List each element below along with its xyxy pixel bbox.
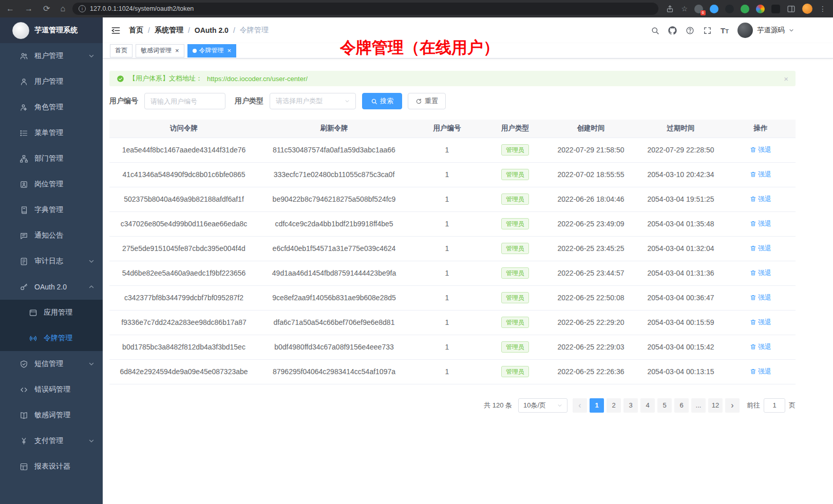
pager-ellipsis[interactable]: ... [691, 398, 706, 413]
alert-close-icon[interactable]: × [784, 74, 788, 83]
share-icon[interactable] [666, 5, 674, 13]
force-logout-button[interactable]: 强退 [750, 195, 771, 204]
force-logout-button[interactable]: 强退 [750, 268, 771, 278]
delete-icon [750, 319, 756, 325]
sidebar-item-notice[interactable]: 通知公告 [0, 223, 103, 248]
page-button-5[interactable]: 5 [657, 398, 672, 413]
search-icon[interactable] [651, 26, 659, 35]
create-time-cell: 2022-06-25 22:26:36 [546, 359, 636, 384]
page-button-1[interactable]: 1 [590, 398, 604, 413]
tab-label: 令牌管理 [199, 46, 224, 55]
extension-icon-blue[interactable] [710, 5, 718, 13]
header-tools: TT 芋道源码 [651, 23, 794, 38]
sidebar-item-dept[interactable]: 部门管理 [0, 146, 103, 171]
browser-reload-button[interactable]: ⟳ [43, 5, 50, 13]
force-logout-button[interactable]: 强退 [750, 219, 771, 228]
page-button-2[interactable]: 2 [607, 398, 621, 413]
sidebar-item-dict[interactable]: 字典管理 [0, 197, 103, 223]
extension-icon-dark[interactable] [725, 5, 734, 13]
force-logout-button[interactable]: 强退 [750, 244, 771, 253]
browser-profile-avatar[interactable] [802, 4, 812, 14]
next-page-button[interactable]: › [725, 398, 740, 413]
search-icon [371, 98, 377, 105]
sidebar-item-role[interactable]: 角色管理 [0, 94, 103, 120]
prev-page-button[interactable]: ‹ [573, 398, 587, 413]
sidebar-item-sensitive[interactable]: 敏感词管理 [0, 402, 103, 428]
table-row: 275e5de9151045fe87cbdc395e004f4de6cfd40e… [109, 236, 796, 261]
sidebar-item-user[interactable]: 用户管理 [0, 69, 103, 94]
user-type-badge: 管理员 [501, 267, 529, 279]
sensitive-icon [20, 411, 28, 420]
browser-forward-button[interactable]: → [25, 5, 33, 13]
github-icon[interactable] [668, 26, 677, 35]
sidebar-toggle-icon[interactable] [111, 26, 121, 35]
force-logout-button[interactable]: 强退 [750, 342, 771, 352]
sidebar-item-oauth2-app[interactable]: 应用管理 [0, 300, 103, 325]
reset-button[interactable]: 重置 [408, 93, 446, 109]
sidebar-item-audit[interactable]: 审计日志 [0, 248, 103, 274]
fullscreen-icon[interactable] [703, 26, 712, 35]
page-button-4[interactable]: 4 [640, 398, 655, 413]
delete-icon [750, 245, 756, 251]
extension-icon-puzzle[interactable] [771, 5, 780, 13]
sidebar-item-tenant[interactable]: 租户管理 [0, 43, 103, 69]
sidebar-item-errcode[interactable]: 错误码管理 [0, 377, 103, 402]
tab-close-icon[interactable]: × [175, 47, 179, 54]
expire-time-cell: 2054-03-04 19:51:25 [636, 187, 726, 211]
search-button[interactable]: 搜索 [362, 93, 402, 109]
reset-button-label: 重置 [425, 96, 438, 106]
sidebar-item-sms[interactable]: 短信管理 [0, 351, 103, 377]
page-button-12[interactable]: 12 [708, 398, 723, 413]
refresh-token-cell: 811c530487574fa0af1a59d3abc1aa66 [258, 138, 410, 162]
force-logout-label: 强退 [758, 367, 771, 376]
delete-icon [750, 343, 756, 350]
sidebar-item-post[interactable]: 岗位管理 [0, 171, 103, 197]
browser-address-bar[interactable]: i 127.0.0.1:1024/system/oauth2/token [72, 3, 658, 15]
sidebar-item-oauth2[interactable]: OAuth 2.0 [0, 274, 103, 300]
sidebar-item-report[interactable]: 报表设计器 [0, 454, 103, 479]
force-logout-button[interactable]: 强退 [750, 145, 771, 154]
sidebar-item-pay[interactable]: 支付管理 [0, 428, 103, 454]
action-cell: 强退 [726, 236, 796, 261]
force-logout-button[interactable]: 强退 [750, 170, 771, 179]
force-logout-button[interactable]: 强退 [750, 293, 771, 302]
tab-首页[interactable]: 首页 [110, 44, 132, 57]
browser-back-button[interactable]: ← [6, 5, 14, 13]
help-icon[interactable] [686, 26, 694, 35]
extension-icon-colorful[interactable] [756, 5, 765, 13]
force-logout-label: 强退 [758, 342, 771, 352]
delete-icon [750, 171, 756, 178]
tab-敏感词管理[interactable]: 敏感词管理× [136, 44, 184, 57]
page-size-select[interactable]: 10条/页 [518, 398, 567, 413]
tab-令牌管理[interactable]: 令牌管理× [187, 44, 237, 57]
table-header-row: 访问令牌刷新令牌用户编号用户类型创建时间过期时间操作 [109, 120, 796, 138]
browser-home-button[interactable]: ⌂ [60, 5, 65, 13]
doc-link[interactable]: https://doc.iocoder.cn/user-center/ [207, 75, 308, 83]
breadcrumb-item[interactable]: 系统管理 [155, 26, 183, 35]
user-dropdown[interactable]: 芋道源码 [737, 23, 794, 38]
goto-page-input[interactable] [764, 398, 785, 413]
extension-icon-grid[interactable]: 6 [694, 5, 703, 13]
breadcrumb-item[interactable]: 首页 [129, 26, 143, 35]
sidebar-item-menu[interactable]: 菜单管理 [0, 120, 103, 146]
user-id-input[interactable] [144, 93, 225, 109]
page-button-6[interactable]: 6 [674, 398, 689, 413]
breadcrumb-item[interactable]: OAuth 2.0 [195, 26, 229, 34]
tenant-icon [20, 52, 28, 61]
refresh-token-cell: dfa6c71a50a54c66bef706ef9e6e8d81 [258, 310, 410, 335]
browser-menu-icon[interactable]: ⋮ [819, 5, 827, 13]
access-token-cell: 275e5de9151045fe87cbdc395e004f4d [109, 236, 258, 261]
sms-icon [20, 360, 28, 369]
tab-close-icon[interactable]: × [228, 47, 232, 54]
page-button-3[interactable]: 3 [623, 398, 638, 413]
site-info-icon[interactable]: i [79, 5, 86, 12]
extension-icon-green[interactable] [741, 5, 749, 13]
user-type-badge: 管理员 [501, 292, 529, 303]
force-logout-button[interactable]: 强退 [750, 318, 771, 327]
user-type-select[interactable]: 请选择用户类型 [270, 93, 356, 109]
sidebar-item-oauth2-token[interactable]: 令牌管理 [0, 325, 103, 351]
bookmark-star-icon[interactable]: ☆ [681, 5, 688, 13]
force-logout-button[interactable]: 强退 [750, 367, 771, 376]
side-panel-icon[interactable] [787, 5, 796, 13]
font-size-icon[interactable]: TT [721, 26, 729, 35]
